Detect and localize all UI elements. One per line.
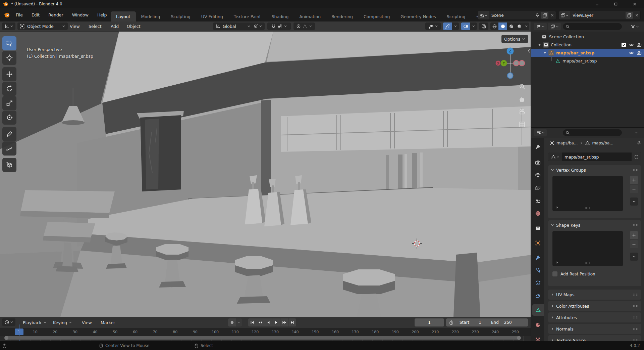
viewlayer-selector[interactable]: ViewLayer <box>559 11 641 20</box>
breadcrumb-object[interactable]: maps/ba... <box>556 141 578 145</box>
falloff-curve-icon[interactable] <box>303 24 307 29</box>
hide-eye-icon[interactable] <box>629 50 634 56</box>
pin-scene-button[interactable] <box>534 12 541 19</box>
chevron-down-icon[interactable] <box>284 25 287 28</box>
menu-render[interactable]: Render <box>45 11 67 19</box>
gizmo-dropdown[interactable] <box>452 25 459 28</box>
menu-file[interactable]: File <box>12 11 26 19</box>
vertex-group-specials-button[interactable] <box>630 198 638 206</box>
tab-animation[interactable]: Animation <box>294 11 326 21</box>
pivot-point-selector[interactable] <box>251 23 265 30</box>
viewport-pan-button[interactable] <box>518 95 526 103</box>
scrollbar-left-handle[interactable] <box>4 336 8 340</box>
3d-viewport[interactable]: User Perspective (1) Collection | maps/b… <box>0 32 531 317</box>
resize-grip-icon[interactable] <box>585 262 590 264</box>
add-vertex-group-button[interactable] <box>630 176 638 184</box>
row-label[interactable]: Scene Collection <box>549 34 584 39</box>
outliner-row-mesh-data[interactable]: maps/bar_sr.bsp <box>531 57 644 65</box>
show-object-types-button[interactable] <box>425 23 441 30</box>
row-label[interactable]: maps/bar_sr.bsp <box>562 58 597 63</box>
tab-collection[interactable] <box>531 222 544 234</box>
collection-checkbox[interactable] <box>621 42 627 48</box>
tool-move[interactable] <box>2 67 16 81</box>
jump-to-end-button[interactable] <box>288 318 296 326</box>
add-shape-key-button[interactable] <box>630 231 638 239</box>
scene-selector[interactable]: Scene <box>478 11 556 20</box>
mesh-name-input[interactable] <box>562 155 632 160</box>
timeline-editor[interactable]: Playback Keying View Marker 1 Start <box>0 317 531 342</box>
list-expand-icon[interactable] <box>556 261 559 264</box>
fake-user-shield-button[interactable] <box>632 152 641 161</box>
tab-material[interactable] <box>531 319 544 331</box>
viewport-zoom-button[interactable] <box>518 82 526 91</box>
remove-shape-key-button[interactable] <box>630 240 638 248</box>
navigation-gizmo[interactable]: X Y Z <box>493 46 527 80</box>
tab-geometry-nodes[interactable]: Geometry Nodes <box>395 11 441 21</box>
tool-measure[interactable] <box>2 141 16 156</box>
outliner-row-object-selected[interactable]: maps/bar_sr.bsp <box>531 49 644 57</box>
shading-material-button[interactable] <box>507 24 515 29</box>
tool-transform[interactable] <box>2 111 16 125</box>
prev-keyframe-button[interactable] <box>256 318 264 326</box>
gizmos-toggle[interactable] <box>443 23 459 30</box>
tab-world[interactable] <box>531 208 544 219</box>
properties-editor[interactable]: maps/ba... maps/ba... Vertex <box>531 128 644 341</box>
outliner-search-input[interactable] <box>572 24 619 29</box>
properties-options-dropdown[interactable] <box>635 131 638 134</box>
timeline-ruler[interactable]: 1020304050607080901001101201301401501601… <box>0 328 531 336</box>
panel-color-attributes[interactable]: Color Attributes <box>548 301 641 311</box>
menu-keying[interactable]: Keying <box>49 317 76 328</box>
menu-edit[interactable]: Edit <box>28 11 43 19</box>
tab-shading[interactable]: Shading <box>266 11 294 21</box>
menu-select[interactable]: Select <box>85 21 106 31</box>
panel-normals[interactable]: Normals <box>548 324 641 334</box>
tab-particles[interactable] <box>531 265 544 276</box>
shading-solid-button[interactable] <box>498 23 507 30</box>
tab-uv-editing[interactable]: UV Editing <box>196 11 228 21</box>
disable-render-camera-icon[interactable] <box>636 42 642 48</box>
row-label[interactable]: Collection <box>551 42 572 47</box>
mode-selector[interactable]: Object Mode <box>17 23 68 30</box>
shading-wireframe-button[interactable] <box>490 24 498 29</box>
drag-grip-icon[interactable] <box>633 327 639 330</box>
region-collapse-arrow[interactable] <box>527 48 531 53</box>
tool-scale[interactable] <box>2 96 16 110</box>
resize-grip-icon[interactable] <box>585 207 590 209</box>
drag-grip-icon[interactable] <box>633 305 639 307</box>
menu-view[interactable]: View <box>66 21 84 31</box>
overlays-toggle[interactable] <box>461 23 477 30</box>
viewport-ortho-button[interactable] <box>518 120 526 129</box>
axis-neg-y-ball[interactable] <box>514 60 519 66</box>
properties-editor-type-button[interactable] <box>534 129 547 136</box>
menu-object[interactable]: Object <box>123 21 145 31</box>
proportional-editing-toggle-icon[interactable] <box>296 24 301 29</box>
tool-annotate[interactable] <box>2 127 16 141</box>
expand-caret-icon[interactable] <box>537 42 542 48</box>
tab-object-data[interactable] <box>532 304 544 316</box>
breadcrumb-data[interactable]: maps/ba... <box>592 141 613 145</box>
tab-view-layer[interactable] <box>531 182 544 193</box>
browse-mesh-button[interactable] <box>548 152 562 161</box>
unlink-scene-button[interactable] <box>548 12 556 19</box>
tab-modeling[interactable]: Modeling <box>136 11 166 21</box>
menu-window[interactable]: Window <box>68 11 92 19</box>
minimize-button[interactable] <box>588 0 606 8</box>
tab-modifiers[interactable] <box>531 252 544 263</box>
auto-key-button[interactable] <box>228 318 236 326</box>
snap-increment-icon[interactable] <box>277 24 282 29</box>
tab-object[interactable] <box>531 237 544 249</box>
shape-key-specials-button[interactable] <box>630 253 638 261</box>
chevron-down-icon[interactable] <box>309 25 312 28</box>
tool-rotate[interactable] <box>2 82 16 96</box>
next-keyframe-button[interactable] <box>280 318 288 326</box>
outliner-editor-type-button[interactable] <box>534 23 547 30</box>
shape-keys-list[interactable] <box>552 231 623 266</box>
scrollbar-right-handle[interactable] <box>517 336 521 340</box>
maximize-button[interactable] <box>606 0 625 8</box>
tab-physics[interactable] <box>531 277 544 289</box>
end-value[interactable]: 250 <box>504 320 512 325</box>
blender-menu-icon[interactable] <box>4 12 10 18</box>
start-value[interactable]: 1 <box>479 320 481 325</box>
play-button[interactable] <box>272 318 280 326</box>
right-pillar[interactable] <box>453 253 480 317</box>
